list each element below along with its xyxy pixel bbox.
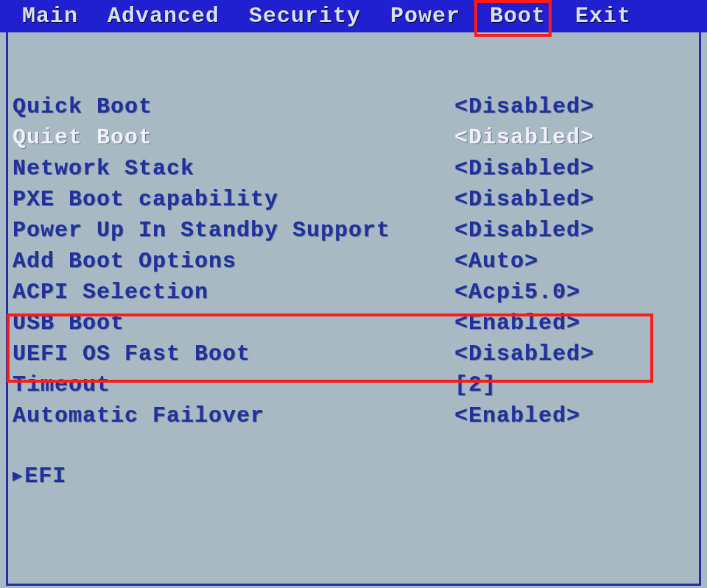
- setting-quiet-boot[interactable]: Quiet Boot <Disabled>: [13, 122, 694, 153]
- setting-label: Quick Boot: [13, 94, 454, 119]
- menubar-item-advanced[interactable]: Advanced: [108, 4, 219, 29]
- setting-value: <Auto>: [454, 249, 538, 274]
- setting-uefi-os-fast-boot[interactable]: UEFI OS Fast Boot <Disabled>: [13, 339, 694, 369]
- setting-label: Timeout: [13, 372, 454, 397]
- setting-label: Quiet Boot: [13, 125, 454, 150]
- bios-menubar: Main Advanced Security Power Boot Exit: [0, 0, 707, 32]
- bios-boot-panel: Quick Boot <Disabled> Quiet Boot <Disabl…: [6, 32, 701, 586]
- setting-automatic-failover[interactable]: Automatic Failover <Enabled>: [13, 400, 694, 431]
- setting-network-stack[interactable]: Network Stack <Disabled>: [13, 153, 694, 184]
- setting-label: PXE Boot capability: [13, 187, 454, 212]
- setting-value: <Disabled>: [454, 218, 594, 243]
- menubar-item-security[interactable]: Security: [249, 4, 361, 29]
- setting-label: Network Stack: [13, 156, 454, 181]
- setting-timeout[interactable]: Timeout [2]: [13, 369, 694, 400]
- setting-value: <Enabled>: [454, 403, 580, 428]
- setting-label: USB Boot: [13, 311, 454, 336]
- submenu-efi[interactable]: EFI: [13, 461, 694, 492]
- setting-power-up-standby-support[interactable]: Power Up In Standby Support <Disabled>: [13, 215, 694, 246]
- setting-usb-boot[interactable]: USB Boot <Enabled>: [13, 308, 694, 339]
- setting-value: <Disabled>: [454, 187, 594, 212]
- setting-label: UEFI OS Fast Boot: [13, 341, 454, 366]
- setting-label: Power Up In Standby Support: [13, 218, 454, 243]
- menubar-item-main[interactable]: Main: [22, 4, 78, 29]
- setting-quick-boot[interactable]: Quick Boot <Disabled>: [13, 91, 694, 122]
- setting-acpi-selection[interactable]: ACPI Selection <Acpi5.0>: [13, 277, 694, 308]
- setting-label: ACPI Selection: [13, 280, 454, 305]
- menubar-item-boot[interactable]: Boot: [490, 4, 546, 29]
- setting-value: <Disabled>: [454, 125, 594, 150]
- menubar-item-power[interactable]: Power: [390, 4, 460, 29]
- setting-value: <Disabled>: [454, 94, 594, 119]
- menubar-item-exit[interactable]: Exit: [575, 4, 631, 29]
- setting-value: [2]: [454, 372, 496, 397]
- setting-label: Automatic Failover: [13, 403, 454, 428]
- setting-value: <Acpi5.0>: [454, 280, 580, 305]
- setting-value: <Disabled>: [454, 156, 594, 181]
- submenu-label: EFI: [13, 464, 454, 489]
- setting-value: <Enabled>: [454, 311, 580, 336]
- setting-pxe-boot-capability[interactable]: PXE Boot capability <Disabled>: [13, 184, 694, 215]
- setting-add-boot-options[interactable]: Add Boot Options <Auto>: [13, 246, 694, 277]
- setting-value: <Disabled>: [454, 341, 594, 366]
- setting-label: Add Boot Options: [13, 249, 454, 274]
